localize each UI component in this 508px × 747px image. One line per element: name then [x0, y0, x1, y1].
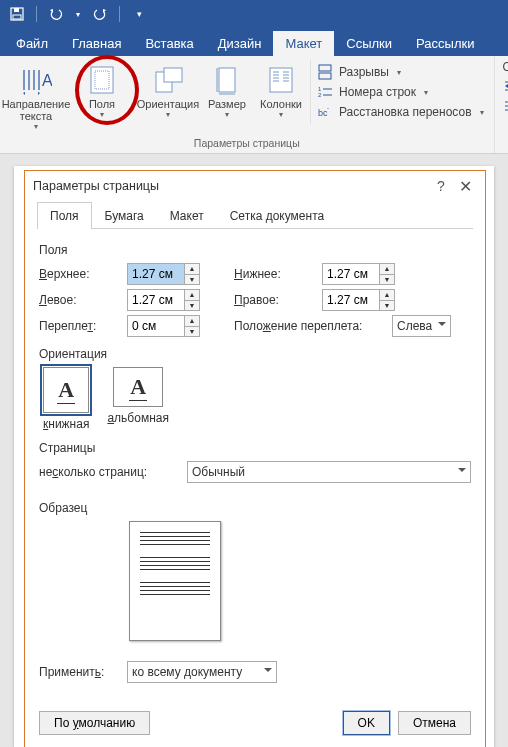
chevron-down-icon: ▾ — [480, 108, 484, 117]
svg-rect-11 — [164, 68, 182, 82]
right-margin-field[interactable] — [322, 289, 380, 311]
undo-button[interactable] — [45, 3, 67, 25]
spin-up[interactable]: ▲ — [380, 290, 394, 301]
dialog-title: Параметры страницы — [33, 179, 429, 193]
columns-icon — [265, 64, 297, 96]
paragraph-indent-group: Отступ Сл Сп — [494, 56, 508, 153]
dialog-titlebar[interactable]: Параметры страницы ? ✕ — [25, 171, 485, 201]
spin-down[interactable]: ▼ — [380, 301, 394, 311]
preview-section-label: Образец — [39, 501, 471, 515]
cancel-button[interactable]: Отмена — [398, 711, 471, 735]
separator — [119, 6, 120, 22]
gutter-pos-select[interactable]: Слева — [392, 315, 451, 337]
size-label: Размер — [208, 98, 246, 110]
bottom-margin-field[interactable] — [322, 263, 380, 285]
undo-dropdown[interactable]: ▾ — [73, 3, 83, 25]
title-bar: ▾ ▾ — [0, 0, 508, 28]
redo-button[interactable] — [89, 3, 111, 25]
breaks-button[interactable]: Разрывы ▾ — [317, 64, 484, 80]
tab-home[interactable]: Главная — [60, 31, 133, 56]
top-margin-label: Верхнее: — [39, 267, 119, 281]
chevron-down-icon: ▾ — [34, 122, 38, 131]
dialog-tab-layout[interactable]: Макет — [157, 202, 217, 229]
left-margin-label: Левое: — [39, 293, 119, 307]
top-margin-field[interactable] — [127, 263, 185, 285]
tab-design[interactable]: Дизайн — [206, 31, 274, 56]
tab-insert[interactable]: Вставка — [133, 31, 205, 56]
svg-rect-2 — [13, 15, 21, 19]
orientation-landscape[interactable]: A альбомная — [107, 367, 169, 431]
dialog-tab-grid[interactable]: Сетка документа — [217, 202, 337, 229]
orientation-button[interactable]: Ориентация ▾ — [136, 60, 200, 121]
multi-pages-select[interactable]: Обычный — [187, 461, 471, 483]
svg-rect-12 — [219, 68, 235, 92]
tab-layout[interactable]: Макет — [273, 31, 334, 56]
breaks-label: Разрывы — [339, 65, 389, 79]
spin-down[interactable]: ▼ — [185, 327, 199, 337]
orientation-portrait[interactable]: A книжная — [43, 367, 89, 431]
breaks-icon — [317, 64, 333, 80]
qat-customize-button[interactable]: ▾ — [128, 3, 150, 25]
default-button[interactable]: По умолчанию — [39, 711, 150, 735]
left-margin-input[interactable]: ▲▼ — [127, 289, 200, 311]
size-button[interactable]: Размер ▾ — [202, 60, 252, 121]
dialog-tab-paper[interactable]: Бумага — [92, 202, 157, 229]
hyphenation-button[interactable]: bc- Расстановка переносов ▾ — [317, 104, 484, 120]
apply-to-select[interactable]: ко всему документу — [127, 661, 277, 683]
svg-rect-24 — [319, 65, 331, 71]
spin-up[interactable]: ▲ — [185, 316, 199, 327]
gutter-pos-label: Положение переплета: — [234, 319, 384, 333]
dialog-footer: По умолчанию OK Отмена — [25, 701, 485, 747]
gutter-input[interactable]: ▲▼ — [127, 315, 200, 337]
tab-file[interactable]: Файл — [4, 31, 60, 56]
preview-box — [129, 521, 221, 641]
gutter-label: Переплет: — [39, 319, 119, 333]
columns-label: Колонки — [260, 98, 302, 110]
margins-button[interactable]: Поля ▾ — [70, 60, 134, 121]
svg-text:2: 2 — [318, 92, 322, 98]
indent-left-icon — [503, 78, 508, 94]
tab-references[interactable]: Ссылки — [334, 31, 404, 56]
ribbon: A Направление текста ▾ Поля ▾ Ориентация… — [0, 56, 508, 154]
text-direction-label: Направление текста — [2, 98, 71, 122]
chevron-down-icon: ▾ — [397, 68, 401, 77]
pages-section-label: Страницы — [39, 441, 471, 455]
line-numbers-button[interactable]: 12 Номера строк ▾ — [317, 84, 484, 100]
indent-right-input[interactable]: Сп — [503, 98, 508, 114]
spin-down[interactable]: ▼ — [185, 275, 199, 285]
spin-up[interactable]: ▲ — [185, 264, 199, 275]
bottom-margin-input[interactable]: ▲▼ — [322, 263, 395, 285]
line-numbers-label: Номера строк — [339, 85, 416, 99]
spin-down[interactable]: ▼ — [185, 301, 199, 311]
gutter-field[interactable] — [127, 315, 185, 337]
svg-text:-: - — [327, 105, 329, 111]
indent-right-icon — [503, 98, 508, 114]
top-margin-input[interactable]: ▲▼ — [127, 263, 200, 285]
ribbon-group-label: Параметры страницы — [4, 135, 490, 151]
right-margin-label: Правое: — [234, 293, 314, 307]
columns-button[interactable]: Колонки ▾ — [254, 60, 308, 121]
spin-down[interactable]: ▼ — [380, 275, 394, 285]
spin-up[interactable]: ▲ — [185, 290, 199, 301]
ok-button[interactable]: OK — [343, 711, 390, 735]
svg-text:A: A — [42, 72, 52, 89]
text-direction-button[interactable]: A Направление текста ▾ — [4, 60, 68, 133]
left-margin-field[interactable] — [127, 289, 185, 311]
portrait-label: книжная — [43, 417, 89, 431]
dialog-tab-margins[interactable]: Поля — [37, 202, 92, 229]
close-button[interactable]: ✕ — [453, 177, 477, 196]
bottom-margin-label: Нижнее: — [234, 267, 314, 281]
tab-mailings[interactable]: Рассылки — [404, 31, 486, 56]
size-icon — [211, 64, 243, 96]
indent-left-input[interactable]: Сл — [503, 78, 508, 94]
save-icon[interactable] — [6, 3, 28, 25]
orientation-label: Ориентация — [137, 98, 199, 110]
multi-pages-label: несколько страниц: — [39, 465, 179, 479]
help-button[interactable]: ? — [429, 178, 453, 194]
apply-to-label: Применить: — [39, 665, 119, 679]
chevron-down-icon: ▾ — [424, 88, 428, 97]
right-margin-input[interactable]: ▲▼ — [322, 289, 395, 311]
page-setup-dialog: Параметры страницы ? ✕ Поля Бумага Макет… — [24, 170, 486, 747]
margins-label: Поля — [89, 98, 115, 110]
spin-up[interactable]: ▲ — [380, 264, 394, 275]
